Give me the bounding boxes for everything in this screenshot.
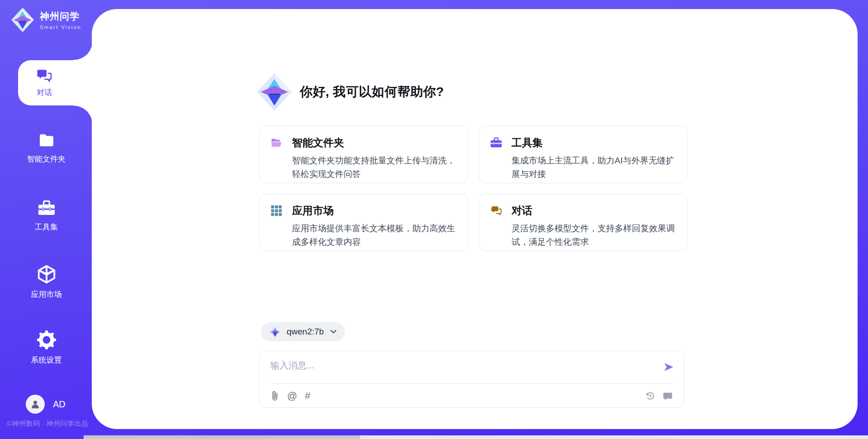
card-app-market[interactable]: 应用市场 应用市场提供丰富长文本模板，助力高效生成多样化文章内容 <box>259 194 468 251</box>
chat-icon <box>490 205 502 217</box>
person-icon <box>29 398 41 410</box>
app-window: 神州问学 Smart Vision 对话 智能文件夹 <box>0 0 868 439</box>
cube-icon <box>36 264 57 285</box>
card-title: 应用市场 <box>292 204 334 218</box>
card-title: 对话 <box>512 204 533 218</box>
sidebar-item-tools[interactable]: 工具集 <box>0 199 93 232</box>
folder-open-icon <box>270 137 283 149</box>
card-chat[interactable]: 对话 灵活切换多模型文件，支持多样回复效果调试，满足个性化需求 <box>479 194 688 251</box>
avatar <box>26 395 45 414</box>
card-title: 工具集 <box>512 136 543 150</box>
card-toolset[interactable]: 工具集 集成市场上主流工具，助力AI与外界无缝扩展与对接 <box>479 126 688 183</box>
greeting: 你好, 我可以如何帮助你? <box>256 72 444 111</box>
chat-bubble-icon[interactable] <box>663 391 673 401</box>
sidebar-item-label: 工具集 <box>35 222 58 232</box>
brand: 神州问学 Smart Vision <box>10 7 81 33</box>
briefcase-icon <box>490 137 502 149</box>
message-input[interactable] <box>259 351 646 381</box>
main-panel: 你好, 我可以如何帮助你? 智能文件夹 智能文件夹功能支持批量文件上传与清洗，轻… <box>92 9 858 429</box>
user-account[interactable]: AD <box>26 395 66 414</box>
mention-icon[interactable]: @ <box>287 391 297 401</box>
sidebar-item-folders[interactable]: 智能文件夹 <box>0 131 93 164</box>
scrollbar-thumb[interactable] <box>84 435 360 439</box>
send-icon[interactable] <box>663 361 675 373</box>
assistant-logo-diamond-icon <box>256 72 292 111</box>
history-icon[interactable] <box>645 391 655 401</box>
user-initials: AD <box>53 399 66 410</box>
copyright-text: ©神州数码 · 神州问学出品 <box>7 419 88 429</box>
message-composer: @ # <box>259 351 684 408</box>
composer-divider <box>269 383 675 384</box>
card-title: 智能文件夹 <box>292 136 344 150</box>
hashtag-icon[interactable]: # <box>305 391 310 401</box>
brand-logo-diamond-icon <box>10 7 35 33</box>
briefcase-icon <box>37 199 56 217</box>
sidebar-item-label: 智能文件夹 <box>27 154 66 164</box>
brand-name: 神州问学 <box>40 10 81 23</box>
model-name: qwen2:7b <box>287 327 324 337</box>
chevron-down-icon <box>330 329 337 334</box>
sidebar-item-label: 应用市场 <box>31 289 62 300</box>
chat-icon <box>37 68 52 83</box>
sidebar-item-label: 系统设置 <box>31 355 62 365</box>
brand-subtitle: Smart Vision <box>40 24 81 30</box>
card-description: 灵活切换多模型文件，支持多样回复效果调试，满足个性化需求 <box>512 222 677 249</box>
model-selector[interactable]: qwen2:7b <box>261 322 345 341</box>
sidebar-item-label: 对话 <box>37 87 52 98</box>
horizontal-scrollbar[interactable] <box>84 435 868 439</box>
sidebar-item-market[interactable]: 应用市场 <box>0 264 93 300</box>
sidebar-item-settings[interactable]: 系统设置 <box>0 329 93 365</box>
folder-icon <box>37 131 56 149</box>
card-smart-folder[interactable]: 智能文件夹 智能文件夹功能支持批量文件上传与清洗，轻松实现文件问答 <box>259 126 468 183</box>
gear-icon <box>36 329 57 350</box>
feature-cards: 智能文件夹 智能文件夹功能支持批量文件上传与清洗，轻松实现文件问答 工具 <box>259 126 688 251</box>
card-description: 集成市场上主流工具，助力AI与外界无缝扩展与对接 <box>512 154 677 181</box>
sidebar-item-chat[interactable]: 对话 <box>18 60 93 105</box>
card-description: 智能文件夹功能支持批量文件上传与清洗，轻松实现文件问答 <box>292 154 457 181</box>
grid-icon <box>270 205 283 217</box>
attachment-icon[interactable] <box>270 391 279 401</box>
card-description: 应用市场提供丰富长文本模板，助力高效生成多样化文章内容 <box>292 222 457 249</box>
model-logo-diamond-icon <box>269 325 281 339</box>
greeting-text: 你好, 我可以如何帮助你? <box>300 83 444 100</box>
